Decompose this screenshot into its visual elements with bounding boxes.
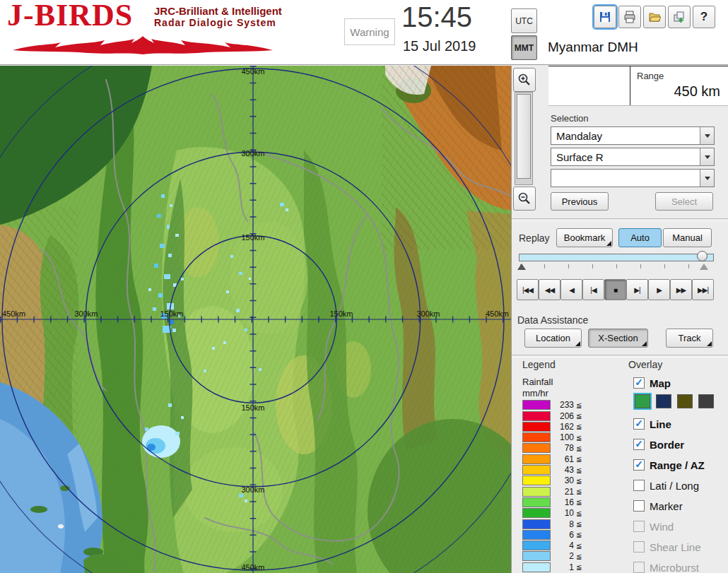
- legend-value: 30: [554, 475, 574, 485]
- legend-color-swatch: [522, 562, 551, 572]
- site-dropdown[interactable]: Mandalay: [551, 126, 715, 145]
- selection-label: Selection: [551, 113, 588, 124]
- radar-map: 450km 300km 150km 150km 300km 450km 450k…: [0, 66, 511, 573]
- legend-leq: ≦: [576, 477, 582, 485]
- mmt-button[interactable]: MMT: [511, 35, 537, 60]
- x-section-button[interactable]: X-Section: [588, 329, 648, 348]
- product-dropdown-button[interactable]: [700, 148, 714, 165]
- zoom-scrollbar[interactable]: [515, 92, 533, 185]
- legend-row: 162≦: [522, 422, 582, 432]
- divider: [512, 218, 728, 221]
- product-dropdown[interactable]: Surface R: [551, 148, 715, 166]
- legend-leq: ≦: [576, 423, 582, 430]
- map-palette-navy[interactable]: [656, 394, 671, 408]
- legend-value: 162: [554, 422, 574, 432]
- legend-unit: mm/hr: [522, 388, 548, 398]
- overlay-border-label: Border: [650, 439, 684, 451]
- subtitle-line2: Radar Dialogic System: [154, 17, 282, 28]
- track-button[interactable]: Track: [666, 329, 713, 348]
- legend-value: 2: [554, 551, 574, 561]
- step-forward-icon: ▶|: [634, 286, 640, 294]
- zoom-scrollbar-thumb[interactable]: [517, 94, 531, 179]
- legend-row: 61≦: [522, 454, 582, 464]
- checkbox-marker[interactable]: [633, 500, 645, 512]
- fast-rewind-icon: ◀◀: [545, 286, 554, 294]
- legend-color-swatch: [522, 551, 551, 561]
- utc-button[interactable]: UTC: [511, 8, 537, 33]
- zoom-in-button[interactable]: [513, 68, 536, 92]
- save-button[interactable]: [594, 6, 616, 28]
- option-dropdown[interactable]: [551, 169, 715, 187]
- skip-to-end-button[interactable]: ▶▶|: [692, 279, 714, 300]
- replay-slider-handle[interactable]: [697, 251, 708, 261]
- overlay-row-range-az: ✓ Range / AZ: [633, 457, 705, 473]
- step-forward-button[interactable]: ▶|: [626, 279, 648, 300]
- subtitle-line1: JRC-Brilliant & Intelligent: [154, 6, 282, 17]
- map-palette-gray[interactable]: [698, 394, 714, 408]
- fast-rewind-button[interactable]: ◀◀: [539, 279, 560, 300]
- legend-color-swatch: [522, 475, 551, 485]
- checkbox-map[interactable]: ✓: [633, 377, 645, 389]
- legend-value: 206: [554, 411, 574, 421]
- zoom-out-button[interactable]: [513, 187, 536, 211]
- legend-value: 8: [554, 519, 574, 529]
- range-label-e300: 300km: [416, 309, 440, 318]
- print-button[interactable]: [618, 6, 641, 28]
- previous-button[interactable]: Previous: [551, 192, 609, 211]
- data-assistance-label: Data Assistance: [517, 314, 588, 326]
- checkbox-lati-long[interactable]: [633, 480, 645, 491]
- checkbox-border[interactable]: ✓: [633, 439, 645, 450]
- help-button[interactable]: ?: [693, 6, 715, 28]
- check-icon: ✓: [635, 439, 643, 449]
- legend-leq: ≦: [576, 401, 582, 409]
- legend-value: 10: [554, 508, 574, 518]
- select-button: Select: [655, 192, 713, 211]
- map-viewport[interactable]: 450km 300km 150km 150km 300km 450km 450k…: [0, 66, 511, 573]
- export-add-button[interactable]: [668, 6, 691, 28]
- magnifier-plus-icon: [517, 73, 532, 87]
- checkbox-line[interactable]: ✓: [633, 418, 645, 430]
- legend-row: 233≦: [522, 400, 582, 410]
- clock-date: 15 Jul 2019: [403, 38, 476, 54]
- replay-slider-track[interactable]: [519, 254, 714, 261]
- legend-color-swatch: [522, 465, 551, 475]
- checkbox-range-az[interactable]: ✓: [633, 459, 645, 471]
- step-back-icon: |◀: [590, 286, 596, 294]
- legend-leq: ≦: [576, 434, 582, 442]
- legend-value: 100: [554, 432, 574, 442]
- app-logo-subtitle: JRC-Brilliant & Intelligent Radar Dialog…: [154, 6, 282, 28]
- skip-to-start-button[interactable]: |◀◀: [517, 279, 539, 300]
- auto-label: Auto: [630, 232, 650, 243]
- site-dropdown-button[interactable]: [700, 127, 714, 144]
- overlay-range-az-label: Range / AZ: [650, 459, 705, 471]
- warning-indicator[interactable]: Warning: [344, 18, 395, 45]
- fast-forward-button[interactable]: ▶▶: [670, 279, 692, 300]
- check-icon: ✓: [635, 377, 643, 387]
- range-label-s150: 150km: [241, 403, 264, 412]
- legend-leq: ≦: [576, 563, 582, 571]
- legend-leq: ≦: [576, 444, 582, 452]
- skip-end-icon: ▶▶|: [698, 286, 708, 294]
- map-palette-olive[interactable]: [677, 394, 693, 408]
- play-reverse-button[interactable]: ◀: [560, 279, 582, 300]
- option-dropdown-button[interactable]: [700, 170, 714, 187]
- legend-color-swatch: [522, 519, 551, 529]
- step-back-button[interactable]: |◀: [582, 279, 604, 300]
- open-file-button[interactable]: [643, 6, 666, 28]
- play-button[interactable]: ▶: [648, 279, 670, 300]
- range-label-e150: 150km: [329, 309, 353, 318]
- overlay-row-border: ✓ Border: [633, 437, 684, 452]
- replay-label: Replay: [519, 232, 550, 244]
- corner-handle-icon: [642, 341, 647, 346]
- map-palette-green[interactable]: [635, 394, 650, 408]
- printer-icon: [623, 11, 636, 23]
- stop-button[interactable]: ■: [604, 279, 626, 300]
- auto-mode-button[interactable]: Auto: [618, 228, 662, 247]
- location-button[interactable]: Location: [524, 329, 582, 348]
- overlay-row-shear-line: Shear Line: [633, 539, 701, 555]
- range-label-w300: 300km: [74, 309, 98, 318]
- bookmark-button[interactable]: Bookmark: [556, 228, 613, 247]
- legend-color-swatch: [522, 540, 551, 550]
- range-label-w150: 150km: [160, 309, 183, 318]
- manual-mode-button[interactable]: Manual: [663, 228, 712, 247]
